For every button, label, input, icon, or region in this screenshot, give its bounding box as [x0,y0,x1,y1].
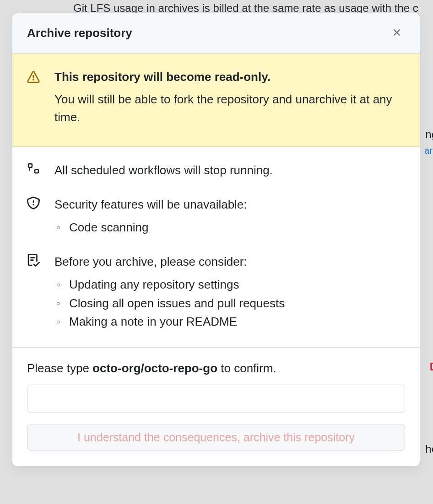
security-list: Code scanning [54,218,405,236]
close-button[interactable] [389,24,405,42]
list-item: Making a note in your README [54,312,405,331]
list-item: Closing all open issues and pull request… [54,294,405,312]
confirm-input[interactable] [27,385,405,413]
dialog-title: Archive repository [27,26,132,40]
confirm-prefix: Please type [27,361,92,375]
warning-description: You will still be able to fork the repos… [54,91,405,126]
background-link-fragment: arn [424,145,433,156]
workflow-icon [27,162,40,177]
list-item: Code scanning [54,218,405,236]
archive-repository-dialog: Archive repository This repository will … [12,13,420,466]
confirm-repo-name: octo-org/octo-repo-go [92,361,217,375]
warning-title: This repository will become read-only. [54,70,405,84]
dialog-header: Archive repository [12,13,420,54]
considerations-title: Before you archive, please consider: [54,253,405,271]
checklist-icon [27,254,40,268]
background-text: he [425,443,433,456]
alert-icon [27,71,40,86]
warning-banner: This repository will become read-only. Y… [12,54,420,147]
info-block: All scheduled workflows will stop runnin… [12,147,420,348]
close-icon [391,27,402,39]
list-item: Updating any repository settings [54,275,405,294]
considerations-row: Before you archive, please consider: Upd… [27,253,405,331]
archive-confirm-button[interactable]: I understand the consequences, archive t… [27,424,405,450]
considerations-list: Updating any repository settings Closing… [54,275,405,331]
shield-icon [27,197,40,211]
workflows-row: All scheduled workflows will stop runnin… [27,161,405,179]
workflows-text: All scheduled workflows will stop runnin… [54,161,405,179]
security-title: Security features will be unavailable: [54,196,405,214]
confirm-prompt: Please type octo-org/octo-repo-go to con… [27,361,405,375]
background-text: ng [425,128,433,141]
confirm-section: Please type octo-org/octo-repo-go to con… [12,348,420,466]
confirm-suffix: to confirm. [217,361,276,375]
security-row: Security features will be unavailable: C… [27,196,405,236]
background-text: D [430,360,433,373]
